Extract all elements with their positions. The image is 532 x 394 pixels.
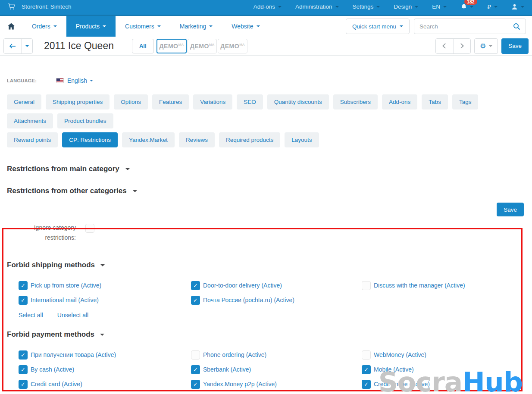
method-item-by-cash-active[interactable]: ✓By cash (Active): [19, 362, 191, 377]
tab-subscribers[interactable]: Subscribers: [333, 94, 378, 109]
section-restrictions-main-category[interactable]: Restrictions from main category: [7, 165, 532, 173]
storefront-demo-button-1[interactable]: ДЕМОМА: [156, 39, 187, 53]
topbar-menu-design[interactable]: Design: [394, 3, 418, 10]
payment-methods-grid: ✓При получении товара (Active)✓By cash (…: [19, 347, 525, 394]
topbar-menu-addons[interactable]: Add-ons: [253, 3, 282, 10]
nav-item-products[interactable]: Products: [66, 16, 116, 37]
checkbox-checked[interactable]: ✓: [19, 380, 28, 389]
chevron-down-icon: [100, 264, 105, 266]
nav-item-website[interactable]: Website: [222, 16, 269, 37]
storefront-all-button[interactable]: All: [132, 39, 154, 53]
us-flag-icon: [56, 78, 64, 83]
checkbox-checked[interactable]: ✓: [191, 365, 200, 374]
method-item-mobile-active[interactable]: ✓Mobile (Active): [362, 362, 525, 377]
method-item-international-mail-active[interactable]: ✓International mail (Active): [19, 293, 191, 307]
tab-reviews[interactable]: Reviews: [179, 132, 215, 147]
tab-reward-points[interactable]: Reward points: [7, 132, 58, 147]
tab-quantity-discounts[interactable]: Quantity discounts: [267, 94, 329, 109]
method-label: При получении товара (Active): [31, 351, 116, 358]
checkbox-checked[interactable]: ✓: [191, 281, 200, 290]
settings-gear-button[interactable]: ⚙: [474, 38, 498, 54]
tab-product-bundles[interactable]: Product bundles: [57, 113, 113, 128]
language-selector[interactable]: English: [67, 77, 93, 84]
chevron-down-icon: [494, 6, 498, 8]
tab-seo[interactable]: SEO: [237, 94, 263, 109]
method-item-door-to-door-delivery-active[interactable]: ✓Door-to-door delivery (Active): [191, 278, 362, 293]
tab-attachments[interactable]: Attachments: [7, 113, 53, 128]
back-button[interactable]: [4, 39, 21, 53]
ignore-category-checkbox[interactable]: [85, 224, 94, 233]
tab-shipping-properties[interactable]: Shipping properties: [46, 94, 110, 109]
notification-badge: 182: [464, 0, 477, 5]
checkbox-checked[interactable]: ✓: [19, 281, 28, 290]
checkbox-checked[interactable]: ✓: [191, 380, 200, 389]
checkbox-checked[interactable]: ✓: [19, 296, 28, 305]
currency-selector[interactable]: ₽: [487, 3, 498, 10]
method-item-active[interactable]: ✓При получении товара (Active): [19, 347, 191, 362]
method-item-credit-card-active[interactable]: ✓Credit card (Active): [19, 377, 191, 391]
tab-required-products[interactable]: Required products: [219, 132, 280, 147]
shipping-unselect-all-link[interactable]: Unselect all: [57, 312, 88, 319]
checkbox-checked[interactable]: ✓: [19, 365, 28, 374]
tab-tabs[interactable]: Tabs: [422, 94, 448, 109]
section-forbid-payment[interactable]: Forbid payment methods: [7, 330, 532, 339]
checkbox-unchecked[interactable]: [362, 281, 371, 290]
user-menu[interactable]: [511, 3, 524, 10]
chevron-down-icon: [209, 25, 213, 27]
nav-item-orders[interactable]: Orders: [22, 16, 66, 37]
section-restrictions-other-categories[interactable]: Restrictions from other categories: [7, 187, 532, 195]
method-item-pay-by-bill-active[interactable]: ✓Pay by bill (Active): [19, 391, 191, 394]
method-item-sberbank-active[interactable]: ✓Sberbank (Active): [191, 362, 362, 377]
method-item-credit-online-active[interactable]: ✓Credit online (Active): [362, 377, 525, 391]
storefront-demo-button-2[interactable]: ДЕМОМА: [188, 39, 217, 53]
tab-cp-restrictions[interactable]: CP: Restrictions: [62, 132, 118, 147]
tab-layouts[interactable]: Layouts: [285, 132, 319, 147]
tab-options[interactable]: Options: [114, 94, 148, 109]
title-bar: 2011 Ice Queen All ДЕМОМА ДЕМОМА ДЕМОМА …: [0, 37, 532, 56]
tab-general[interactable]: General: [7, 94, 41, 109]
method-item-discuss-with-the-manager-active[interactable]: Discuss with the manager (Active): [362, 278, 525, 293]
checkbox-checked[interactable]: ✓: [19, 350, 28, 360]
method-item-webmoney-active[interactable]: WebMoney (Active): [362, 347, 525, 362]
topbar-menu-administration[interactable]: Administration: [295, 3, 339, 10]
checkbox-unchecked[interactable]: [362, 350, 371, 360]
topbar-menu-settings[interactable]: Settings: [353, 3, 380, 10]
cart-icon[interactable]: [8, 3, 16, 10]
method-item-pochta-ru-active[interactable]: ✓Почта России (pochta.ru) (Active): [191, 293, 362, 307]
save-button-middle[interactable]: Save: [497, 203, 524, 216]
method-item-phone-ordering-active[interactable]: Phone ordering (Active): [191, 347, 362, 362]
tab-variations[interactable]: Variations: [193, 94, 232, 109]
method-item-pick-up-from-store-active[interactable]: ✓Pick up from store (Active): [19, 278, 191, 293]
search-input[interactable]: [414, 23, 507, 30]
tab-add-ons[interactable]: Add-ons: [382, 94, 417, 109]
chevron-down-icon: [400, 25, 403, 27]
storefront-label[interactable]: Storefront: Simtech: [22, 3, 72, 10]
quick-start-menu-button[interactable]: Quick start menu: [346, 19, 410, 34]
notifications-button[interactable]: 182: [460, 3, 473, 10]
back-dropdown-button[interactable]: [21, 39, 32, 53]
method-item-qiwi-active[interactable]: ✓Qiwi (Active): [191, 391, 362, 394]
tab-yandex-market[interactable]: Yandex.Market: [122, 132, 175, 147]
home-button[interactable]: [0, 16, 22, 37]
next-product-button[interactable]: [453, 39, 470, 53]
shipping-select-all-link[interactable]: Select all: [19, 312, 43, 319]
section-forbid-shipping[interactable]: Forbid shipping methods: [7, 261, 532, 269]
ignore-category-label: Ignore category restrictions:: [7, 223, 76, 243]
prev-product-button[interactable]: [436, 39, 453, 53]
tab-tags[interactable]: Tags: [452, 94, 479, 109]
nav-item-marketing[interactable]: Marketing: [170, 16, 222, 37]
checkbox-checked[interactable]: ✓: [362, 365, 371, 374]
page-title: 2011 Ice Queen: [44, 40, 114, 52]
storefront-demo-button-3[interactable]: ДЕМОМА: [218, 39, 247, 53]
product-tabs: GeneralShipping propertiesOptionsFeature…: [7, 94, 525, 147]
chevron-down-icon: [90, 80, 93, 81]
tab-features[interactable]: Features: [152, 94, 189, 109]
topbar-menu-language[interactable]: EN: [432, 3, 447, 10]
checkbox-unchecked[interactable]: [191, 350, 200, 360]
checkbox-checked[interactable]: ✓: [362, 380, 371, 389]
checkbox-checked[interactable]: ✓: [191, 296, 200, 305]
nav-item-customers[interactable]: Customers: [116, 16, 170, 37]
method-item-yandex-money-p2p-active[interactable]: ✓Yandex.Money p2p (Active): [191, 377, 362, 391]
save-button-top[interactable]: Save: [501, 38, 529, 54]
search-button[interactable]: [507, 19, 526, 34]
